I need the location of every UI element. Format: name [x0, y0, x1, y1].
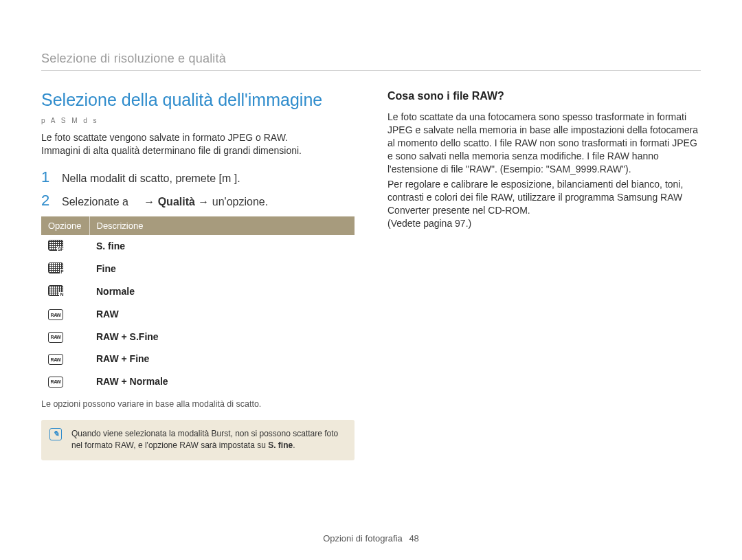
footer-section: Opzioni di fotografia [323, 533, 403, 544]
opt-label: RAW + Fine [89, 348, 355, 370]
quality-icon: N [48, 285, 63, 296]
quality-icon: RAW [48, 354, 63, 365]
table-row: NNormale [41, 280, 355, 303]
quality-icon: F [48, 262, 63, 273]
right-column: Cosa sono i file RAW? Le foto scattate d… [387, 90, 701, 460]
step-text: Selezionate a → Qualità → un'opzione. [62, 196, 268, 208]
arrow-icon: → [144, 196, 155, 208]
mode-indicators: p A S M d s [41, 117, 355, 124]
page-footer: Opzioni di fotografia 48 [0, 533, 742, 544]
callout-bold: S. fine [268, 440, 293, 450]
step1-b: ]. [234, 172, 240, 184]
opt-label: RAW [89, 303, 355, 326]
intro-line2: Immagini di alta qualità determinano fil… [41, 145, 302, 156]
running-header: Selezione di risoluzione e qualità [41, 52, 701, 71]
th-description: Descrizione [89, 216, 355, 235]
quality-icon: RAW [48, 309, 63, 320]
left-column: Selezione della qualità dell'immagine p … [41, 90, 355, 460]
section-heading: Selezione della qualità dell'immagine [41, 90, 355, 110]
options-table: Opzione Descrizione SFS. fine FFine NNor… [41, 216, 355, 392]
quality-icon: RAW [48, 377, 63, 388]
paragraph: (Vedete pagina 97.) [387, 217, 701, 230]
step1-a: Nella modalit di scatto, premete [m [62, 172, 231, 184]
step2-bold: Qualità [158, 196, 195, 208]
intro-text: Le foto scattate vengono salvate in form… [41, 131, 355, 157]
callout-text-b: . [293, 440, 295, 450]
table-row: RAWRAW + Fine [41, 348, 355, 370]
opt-label: RAW + Normale [89, 370, 355, 392]
opt-label: Fine [89, 258, 355, 280]
step2-a: Selezionate a [62, 196, 128, 208]
note-callout: ✎ Quando viene selezionata la modalità B… [41, 420, 355, 460]
table-row: RAWRAW [41, 303, 355, 326]
callout-text-a: Quando viene selezionata la modalità Bur… [71, 429, 338, 450]
th-option: Opzione [41, 216, 89, 235]
subsection-heading: Cosa sono i file RAW? [387, 90, 701, 102]
step-2: 2 Selezionate a → Qualità → un'opzione. [41, 192, 355, 210]
opt-label: Normale [89, 280, 355, 303]
quality-icon: RAW [48, 332, 63, 343]
table-row: RAWRAW + S.Fine [41, 325, 355, 348]
table-row: SFS. fine [41, 235, 355, 258]
step-1: 1 Nella modalit di scatto, premete [m ]. [41, 168, 355, 186]
paragraph: Per regolare e calibrare le esposizione,… [387, 178, 701, 217]
table-row: RAWRAW + Normale [41, 370, 355, 392]
step2-b: un'opzione. [212, 196, 268, 208]
note-icon: ✎ [49, 428, 62, 440]
step-number: 2 [41, 192, 54, 210]
table-row: FFine [41, 258, 355, 280]
table-footnote: Le opzioni possono variare in base alla … [41, 399, 355, 409]
quality-icon: SF [48, 240, 63, 251]
step-text: Nella modalit di scatto, premete [m ]. [62, 172, 240, 185]
opt-label: S. fine [89, 235, 355, 258]
opt-label: RAW + S.Fine [89, 325, 355, 348]
paragraph: Le foto scattate da una fotocamera sono … [387, 111, 701, 175]
step-number: 1 [41, 168, 54, 186]
page-number: 48 [409, 533, 418, 544]
arrow-icon: → [198, 196, 209, 208]
intro-line1: Le foto scattate vengono salvate in form… [41, 132, 288, 143]
